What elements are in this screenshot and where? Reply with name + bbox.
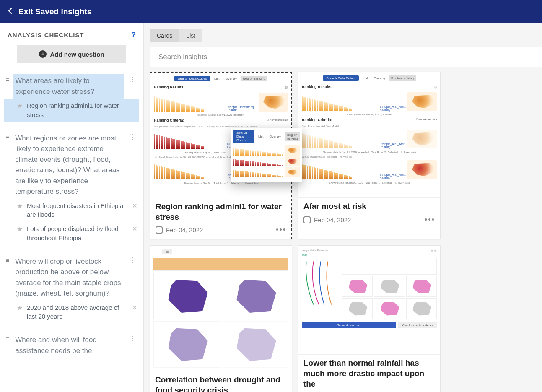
- region-link: Ethiopia_Beneshangu..: [227, 174, 257, 177]
- insight-text: Region ranking adminl1 for water stress: [27, 101, 137, 119]
- ranking-criteria-label: Ranking Criteria:: [154, 118, 184, 122]
- mini-tab-region: Region ranking: [389, 75, 416, 81]
- insight-item[interactable]: ★ 2020 and 2018 above average of last 20…: [4, 301, 139, 324]
- ranking-label: Ranking: [380, 145, 406, 148]
- region-link: Ethiopia_Beneshangu..: [227, 143, 257, 146]
- star-icon[interactable]: ★: [17, 225, 23, 233]
- request-button: Request new runs: [302, 322, 396, 328]
- help-icon[interactable]: ?: [131, 31, 136, 39]
- plus-icon: +: [39, 50, 47, 58]
- chart-caption: Showing data for Jan 01, 2020 (or earlie…: [302, 151, 437, 153]
- region-link: Ethiopia_Afar_Afar..: [380, 105, 406, 108]
- insight-card[interactable]: Kenya Maize Production▭ ▭ Tags Reque: [298, 245, 441, 392]
- chart-caption: Showing data for Sep 01, 2021 (or earlie…: [154, 114, 288, 116]
- close-icon: ⊖: [433, 85, 437, 89]
- region-link: Ethiopia_Afar_Afar..: [380, 173, 406, 176]
- star-icon[interactable]: ★: [17, 202, 23, 210]
- ranking-label: Ranking: [380, 108, 406, 111]
- chart-caption: Showing data for Sep 01, Total Runs: 1 S…: [154, 151, 288, 154]
- ranking-label: Ranking: [227, 146, 257, 149]
- map-grid: [153, 273, 288, 368]
- question-text[interactable]: What areas are likely to experience wate…: [13, 74, 124, 99]
- normalized-check: ☑ Normalized data: [267, 118, 288, 122]
- question-menu-icon[interactable]: ⋮: [127, 74, 137, 85]
- add-question-label: Add new question: [50, 51, 104, 58]
- question-menu-icon[interactable]: ⋮: [127, 131, 137, 143]
- ranking-results-label: Ranking Results: [154, 85, 184, 90]
- ranking-label: Ranking: [380, 176, 406, 179]
- card-menu-icon[interactable]: •••: [425, 215, 435, 224]
- back-icon[interactable]: [8, 7, 13, 16]
- insight-text: Most frequent disasters in Ethiopia are …: [27, 201, 128, 220]
- insight-item[interactable]: ★ Lots of people displaced by flood thro…: [4, 222, 139, 245]
- question-text[interactable]: Where will crop or livestock production …: [13, 254, 124, 301]
- drag-handle-icon[interactable]: ≡: [6, 76, 9, 83]
- card-date: Feb 04, 2022: [166, 226, 203, 234]
- model-tags: Tags: [302, 254, 437, 256]
- remove-icon[interactable]: ✕: [132, 202, 137, 210]
- locust-label: Locust (hopper stage) presence - All Max…: [302, 156, 437, 158]
- card-title: Correlation between drought and food sec…: [155, 375, 287, 392]
- tab-cards[interactable]: Cards: [150, 29, 179, 42]
- map-panel: [222, 273, 288, 319]
- drag-handle-icon[interactable]: ≡: [6, 257, 9, 264]
- ranking-label: Ranking: [227, 109, 257, 112]
- insight-text: Lots of people displaced by flood throug…: [27, 224, 128, 243]
- chart-caption: Showing data for Sep 01, Total Runs: 1 S…: [154, 182, 288, 184]
- chart-caption: Showing data for Jan 01, 2020 (or earlie…: [302, 113, 437, 116]
- insight-card[interactable]: Search Data Cubes List Overlay Region ra…: [298, 72, 441, 239]
- insight-card[interactable]: Search Data Cubes List Overlay Region ra…: [150, 72, 292, 239]
- remove-icon[interactable]: ✕: [132, 225, 137, 233]
- mini-chart: [342, 258, 437, 275]
- drag-handle-icon[interactable]: ≡: [6, 335, 9, 342]
- card-thumbnail: ◻ ▭: [150, 246, 292, 371]
- question-text[interactable]: What regions or zones are most likely to…: [13, 131, 124, 199]
- mini-tab-region: Region ranking: [241, 76, 267, 81]
- mini-tab-overlay: Overlay: [223, 76, 239, 81]
- card-title: Lower than normal rainfall has much more…: [303, 358, 435, 389]
- card-menu-icon[interactable]: •••: [276, 226, 286, 234]
- question: ≡ What areas are likely to experience wa…: [4, 70, 139, 128]
- drag-handle-icon[interactable]: ≡: [6, 134, 9, 140]
- card-date: Feb 04, 2022: [314, 216, 351, 223]
- map-panel: [153, 273, 220, 319]
- status-button: Check execution status: [398, 322, 437, 328]
- mini-tab-overlay: Overlay: [371, 75, 387, 81]
- view-tabs: Cards List: [150, 29, 542, 42]
- model-header: Kenya Maize Production▭ ▭: [302, 249, 437, 252]
- add-question-button[interactable]: + Add new question: [17, 45, 126, 63]
- star-icon[interactable]: ★: [17, 304, 23, 312]
- select-checkbox[interactable]: [303, 216, 311, 223]
- question-text[interactable]: Where and when will food assistance need…: [13, 333, 124, 358]
- insight-text: 2020 and 2018 above average of last 20 y…: [27, 303, 128, 322]
- remove-icon[interactable]: ✕: [132, 304, 137, 312]
- curves-chart: [302, 258, 340, 308]
- chart-caption: Showing data for Jan 01, 1970 Total Runs…: [302, 181, 437, 184]
- search-input[interactable]: Search insights: [150, 47, 542, 67]
- insight-item[interactable]: ★ Region ranking adminl1 for water stres…: [4, 99, 139, 122]
- pdsi-label: onthly Palmer Drought Severity Index - P…: [154, 125, 288, 128]
- sidebar-heading: ANALYSIS CHECKLIST: [8, 31, 84, 39]
- sidebar: ANALYSIS CHECKLIST ? + Add new question …: [0, 23, 144, 392]
- mini-tab-list: List: [212, 76, 221, 81]
- card-title: Afar most at risk: [303, 201, 435, 212]
- mini-tab-list: List: [360, 75, 370, 81]
- question: ≡ What regions or zones are most likely …: [4, 128, 139, 251]
- insight-item[interactable]: ★ Most frequent disasters in Ethiopia ar…: [4, 199, 139, 222]
- star-icon[interactable]: ★: [17, 102, 23, 110]
- question-menu-icon[interactable]: ⋮: [127, 333, 137, 344]
- mini-control: ▭: [162, 249, 172, 254]
- crop-label: Crop Production - All Crop Model: [302, 125, 437, 127]
- ranking-label: Ranking: [227, 177, 257, 179]
- page-title[interactable]: Exit Saved Insights: [18, 7, 91, 16]
- card-thumbnail: Kenya Maize Production▭ ▭ Tags Reque: [298, 246, 440, 355]
- tab-list[interactable]: List: [179, 29, 202, 42]
- ranking-criteria-label: Ranking Criteria:: [302, 118, 332, 122]
- map-panel: [222, 321, 288, 368]
- mini-tab: ◻: [153, 249, 161, 254]
- card-thumbnail: Search Data Cubes List Overlay Region ra…: [150, 73, 291, 198]
- question-menu-icon[interactable]: ⋮: [127, 254, 137, 266]
- search-data-cubes-button: Search Data Cubes: [174, 76, 210, 81]
- insight-card[interactable]: ◻ ▭ Correlation between drought and food…: [150, 245, 292, 392]
- select-checkbox[interactable]: [156, 226, 163, 234]
